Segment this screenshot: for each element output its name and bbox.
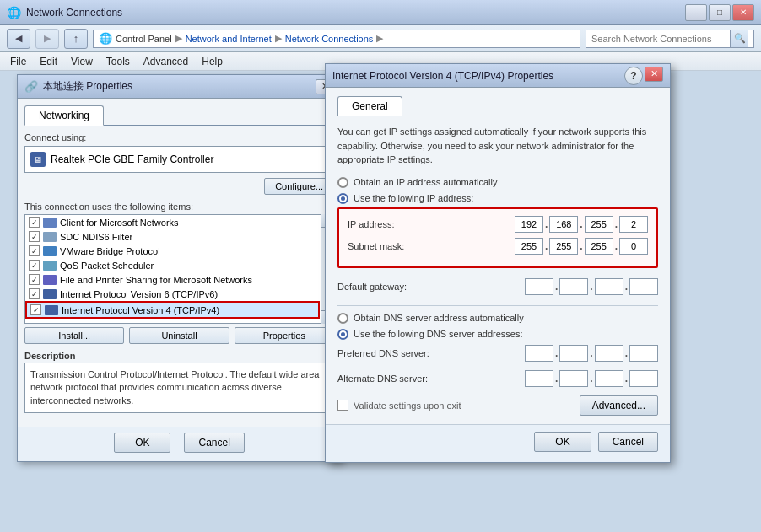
radio-auto-dns-button[interactable] [337,313,348,324]
tcp-close-button[interactable]: ✕ [645,67,663,82]
help-button[interactable]: ? [624,67,643,85]
alternate-dns-4[interactable] [629,370,658,387]
checkbox-fileprint[interactable] [29,274,40,285]
install-button[interactable]: Install... [24,327,124,344]
radio-manual-dns[interactable]: Use the following DNS server addresses: [337,329,658,340]
radio-auto-ip-button[interactable] [337,177,348,188]
title-bar: 🌐 Network Connections — □ ✕ [0,0,761,25]
pref-dot-2: . [590,347,592,359]
preferred-dns-1[interactable] [525,345,553,362]
alternate-dns-3[interactable] [595,370,623,387]
gateway-dot-3: . [625,281,628,293]
validate-label: Validate settings upon exit [354,400,461,411]
radio-auto-ip[interactable]: Obtain an IP address automatically [337,177,658,188]
adapter-icon: 🖥 [30,152,46,167]
alt-dot-3: . [625,373,628,384]
description-title: Description [24,351,334,361]
radio-manual-dns-button[interactable] [337,329,348,340]
list-item[interactable]: SDC NDIS6 Filter [25,229,320,244]
tcp-ok-button[interactable]: OK [534,432,591,452]
list-item[interactable]: VMware Bridge Protocol [25,244,320,258]
properties-cancel-button[interactable]: Cancel [184,433,244,453]
list-item[interactable]: Internet Protocol Version 6 (TCP/IPv6) [25,287,320,301]
menu-view[interactable]: View [64,54,100,69]
gateway-octet-4[interactable] [629,278,658,295]
radio-auto-dns[interactable]: Obtain DNS server address automatically [337,313,658,324]
preferred-dns-4[interactable] [629,345,658,362]
gateway-octet-3[interactable] [595,278,623,295]
divider [337,305,658,306]
maximize-button[interactable]: □ [709,4,731,21]
subnet-dot-1: . [545,240,548,252]
connect-using-label: Connect using: [24,132,334,142]
path-separator-2: ▶ [275,33,282,44]
ip-octet-2[interactable] [549,216,578,233]
properties-button[interactable]: Properties [235,327,334,344]
subnet-octet-2[interactable] [549,238,578,255]
up-button[interactable]: ↑ [64,29,88,49]
properties-dialog: 🔗 本地连接 Properties ✕ Networking Connect u… [17,74,342,462]
vmware-icon [43,246,57,256]
validate-checkbox[interactable] [337,400,348,411]
close-button[interactable]: ✕ [732,4,754,21]
radio-manual-ip[interactable]: Use the following IP address: [337,193,658,204]
configure-button[interactable]: Configure... [264,178,334,195]
gateway-octet-1[interactable] [525,278,553,295]
search-icon[interactable]: 🔍 [730,30,748,47]
checkbox-vmware[interactable] [29,245,40,256]
advanced-button[interactable]: Advanced... [580,395,658,416]
pref-dot-1: . [555,347,558,359]
list-item[interactable]: QoS Packet Scheduler [25,258,320,272]
menu-help[interactable]: Help [195,54,229,69]
alt-dot-2: . [590,373,592,384]
properties-tab-strip: Networking [24,105,334,126]
preferred-dns-label: Preferred DNS server: [337,348,447,358]
subnet-mask-row: Subnet mask: . . . [348,238,648,255]
back-button[interactable]: ◀ [7,29,30,49]
subnet-octet-4[interactable] [619,238,648,255]
ip-octet-1[interactable] [515,216,543,233]
subnet-octet-1[interactable] [515,238,543,255]
subnet-octet-3[interactable] [585,238,613,255]
checkbox-ipv6[interactable] [29,288,40,299]
gateway-dot-2: . [590,281,592,293]
alternate-dns-row: Alternate DNS server: . . . [337,368,658,389]
properties-ok-button[interactable]: OK [114,433,170,453]
breadcrumb-network-internet[interactable]: Network and Internet [186,34,272,44]
alt-dot-1: . [555,373,558,384]
radio-manual-ip-button[interactable] [337,193,348,204]
tcp-cancel-button[interactable]: Cancel [598,432,658,452]
menu-edit[interactable]: Edit [33,54,64,69]
item-label-ndis: SDC NDIS6 Filter [60,232,132,242]
gateway-octet-2[interactable] [559,278,588,295]
checkbox-qos[interactable] [29,260,40,271]
uninstall-button[interactable]: Uninstall [129,327,229,344]
tab-general[interactable]: General [337,96,402,116]
checkbox-ndis[interactable] [29,231,40,242]
breadcrumb-network-connections[interactable]: Network Connections [285,34,374,44]
preferred-dns-2[interactable] [559,345,588,362]
search-input[interactable] [586,34,730,44]
list-item[interactable]: File and Printer Sharing for Microsoft N… [25,272,320,287]
checkbox-client[interactable] [29,217,40,228]
pref-dot-3: . [625,347,628,359]
menu-file[interactable]: File [3,54,33,69]
tab-networking[interactable]: Networking [24,105,104,126]
preferred-dns-3[interactable] [595,345,623,362]
list-item-ipv4[interactable]: Internet Protocol Version 4 (TCP/IPv4) [25,301,320,319]
checkbox-ipv4[interactable] [30,304,41,315]
subnet-mask-label: Subnet mask: [348,241,457,251]
item-label-qos: QoS Packet Scheduler [60,261,154,271]
forward-button[interactable]: ▶ [35,29,59,49]
ip-octet-4[interactable] [619,216,648,233]
menu-advanced[interactable]: Advanced [137,54,195,69]
alternate-dns-2[interactable] [559,370,588,387]
alternate-dns-1[interactable] [525,370,553,387]
adapter-box: 🖥 Realtek PCIe GBE Family Controller [24,146,334,173]
menu-tools[interactable]: Tools [100,54,137,69]
app-icon: 🌐 [7,6,21,19]
action-buttons-row: Install... Uninstall Properties [24,327,334,344]
minimize-button[interactable]: — [685,4,707,21]
ip-octet-3[interactable] [585,216,613,233]
list-item[interactable]: Client for Microsoft Networks [25,215,320,229]
